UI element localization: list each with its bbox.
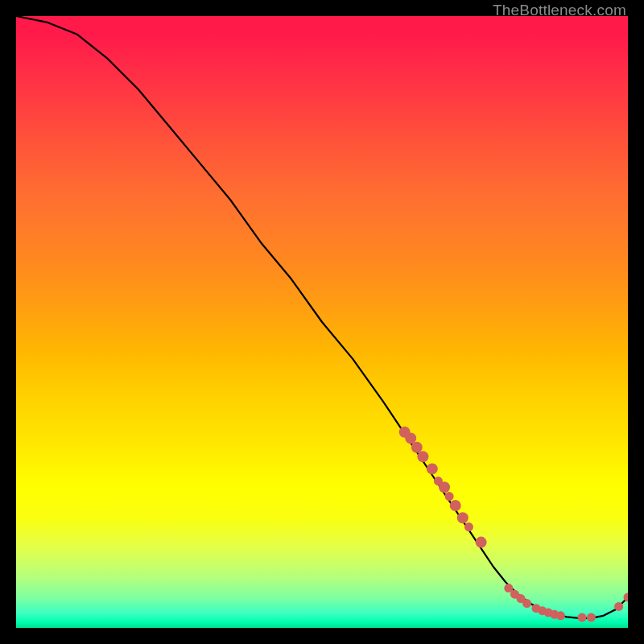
marker-dot bbox=[624, 593, 629, 602]
marker-dot bbox=[434, 477, 443, 485]
plot-area bbox=[16, 16, 628, 628]
marker-dot bbox=[544, 609, 553, 617]
curve-line bbox=[16, 16, 628, 618]
marker-dot bbox=[522, 599, 531, 608]
marker-dot bbox=[510, 590, 519, 599]
marker-dot bbox=[417, 451, 428, 462]
marker-dot bbox=[517, 594, 526, 603]
marker-dot bbox=[578, 613, 587, 622]
chart-container: TheBottleneck.com bbox=[0, 0, 644, 644]
marker-dot bbox=[405, 432, 416, 444]
marker-dot bbox=[532, 604, 541, 613]
marker-dot bbox=[550, 610, 559, 619]
marker-dot bbox=[427, 463, 438, 474]
marker-dot bbox=[556, 611, 565, 620]
chart-svg bbox=[16, 16, 628, 628]
marker-dot bbox=[411, 442, 423, 453]
marker-dot bbox=[450, 500, 461, 511]
marker-dot bbox=[457, 512, 469, 523]
marker-dot bbox=[538, 606, 547, 615]
watermark-text: TheBottleneck.com bbox=[493, 2, 626, 19]
bottleneck-curve-path bbox=[16, 16, 628, 618]
marker-dot bbox=[399, 427, 411, 438]
marker-dot bbox=[504, 584, 513, 592]
marker-points bbox=[399, 427, 628, 622]
marker-dot bbox=[445, 492, 454, 501]
marker-dot bbox=[614, 602, 623, 611]
marker-dot bbox=[587, 613, 596, 622]
marker-dot bbox=[476, 537, 487, 548]
marker-dot bbox=[439, 481, 450, 493]
marker-dot bbox=[464, 522, 473, 531]
